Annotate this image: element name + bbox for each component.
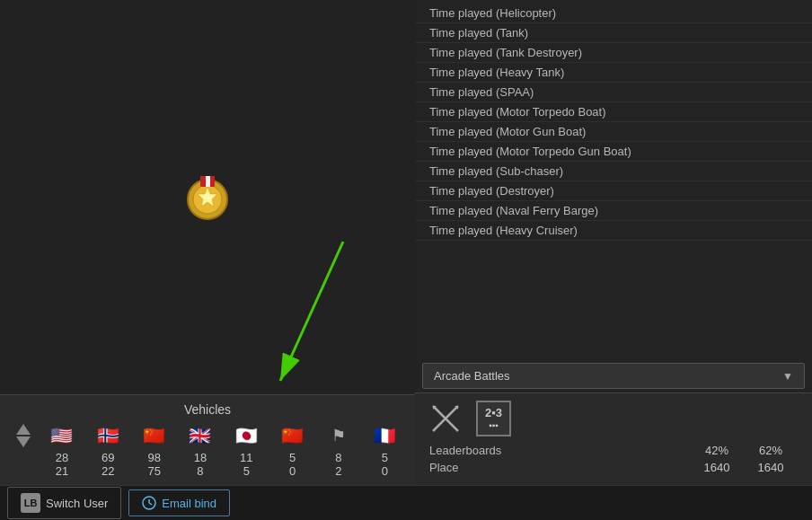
list-item: Time played (Naval Ferry Barge) xyxy=(415,201,812,221)
vehicles-title: Vehicles xyxy=(7,402,408,417)
list-item: Time played (Destroyer) xyxy=(415,181,812,201)
flag-jp: 🇯🇵 xyxy=(228,425,264,446)
flag-other: ⚑ xyxy=(321,426,357,445)
num-other-top: 8 xyxy=(321,451,357,464)
list-item: Time played (Heavy Tank) xyxy=(415,63,812,83)
list-item: Time played (Motor Torpedo Gun Boat) xyxy=(415,142,812,162)
num-other-bot: 2 xyxy=(321,464,357,478)
num-cn-top: 98 xyxy=(137,451,172,464)
num-us-top: 28 xyxy=(44,451,80,464)
list-item: Time played (Sub-chaser) xyxy=(415,162,812,181)
percentage-left: 42% xyxy=(690,444,744,457)
flags-row: 🇺🇸 🇳🇴 🇨🇳 🇬🇧 🇯🇵 🇨🇳 ⚑ xyxy=(7,424,408,447)
list-item: Time played (Helicopter) xyxy=(415,4,812,23)
vehicles-section: Vehicles 🇺🇸 🇳🇴 🇨🇳 🇬🇧 xyxy=(0,394,415,485)
num-gb-bot: 8 xyxy=(182,464,218,478)
arrow-down-icon xyxy=(16,436,31,447)
bottom-bar: LB Switch User Email bind xyxy=(0,485,812,520)
list-item: Time played (Tank) xyxy=(415,23,812,43)
num-jp-top: 11 xyxy=(228,451,264,464)
flag-cn2-icon: 🇨🇳 xyxy=(281,425,304,446)
leaderboards-row-2: Place 1640 1640 xyxy=(429,461,798,474)
chevron-down-icon: ▼ xyxy=(782,370,793,383)
leaderboards-label: Leaderboards xyxy=(429,444,690,457)
left-panel: Vehicles 🇺🇸 🇳🇴 🇨🇳 🇬🇧 xyxy=(0,0,415,485)
num-jp-bot: 5 xyxy=(228,464,264,478)
arrow-up-icon xyxy=(16,424,31,435)
top-numbers-row: 28 69 98 18 11 5 8 5 xyxy=(7,451,408,464)
flag-no: 🇳🇴 xyxy=(90,425,126,446)
flag-us-icon: 🇺🇸 xyxy=(50,425,73,446)
arcade-dropdown[interactable]: Arcade Battles ▼ xyxy=(422,363,805,389)
green-arrow xyxy=(253,233,388,394)
num-fr-bot: 0 xyxy=(366,464,402,478)
num-no-bot: 22 xyxy=(90,464,126,478)
flag-fr-icon: 🇫🇷 xyxy=(374,425,396,446)
flag-gb-icon: 🇬🇧 xyxy=(189,425,211,446)
switch-user-label: Switch User xyxy=(46,497,108,510)
num-no-top: 69 xyxy=(90,451,126,464)
rank-badge: 2▪3 ▪▪▪ xyxy=(476,401,511,436)
svg-line-15 xyxy=(149,503,152,505)
place-label: Place xyxy=(429,461,690,474)
arcade-label: Arcade Battles xyxy=(434,369,510,383)
flag-cn2: 🇨🇳 xyxy=(275,425,311,446)
time-played-list: Time played (Helicopter) Time played (Ta… xyxy=(415,0,812,359)
email-bind-button[interactable]: Email bind xyxy=(128,489,230,516)
leaderboards-header: 2▪3 ▪▪▪ xyxy=(429,401,798,436)
num-fr-top: 5 xyxy=(366,451,402,464)
email-bind-label: Email bind xyxy=(162,497,216,510)
svg-rect-6 xyxy=(210,176,215,187)
list-item: Time played (Motor Gun Boat) xyxy=(415,122,812,142)
list-item: Time played (Heavy Cruiser) xyxy=(415,221,812,241)
list-item: Time played (Tank Destroyer) xyxy=(415,43,812,63)
medal-area xyxy=(0,0,415,394)
flag-fr: 🇫🇷 xyxy=(366,425,402,446)
lb-badge: LB xyxy=(21,493,40,513)
num-cn2-bot: 0 xyxy=(275,464,311,478)
right-panel: Time played (Helicopter) Time played (Ta… xyxy=(415,0,812,485)
flag-us: 🇺🇸 xyxy=(44,425,80,446)
list-item: Time played (SPAA) xyxy=(415,83,812,102)
svg-rect-4 xyxy=(200,176,206,187)
num-gb-top: 18 xyxy=(182,451,218,464)
clock-icon xyxy=(142,496,156,510)
place-right: 1640 xyxy=(744,461,798,474)
flag-other-icon: ⚑ xyxy=(331,426,346,445)
leaderboards-row-1: Leaderboards 42% 62% xyxy=(429,444,798,457)
svg-line-8 xyxy=(280,242,343,381)
num-cn-bot: 75 xyxy=(137,464,172,478)
bottom-numbers-row: 21 22 75 8 5 0 2 0 xyxy=(7,464,408,478)
num-us-bot: 21 xyxy=(44,464,80,478)
medal-icon xyxy=(181,171,234,225)
flag-cn-icon: 🇨🇳 xyxy=(143,425,165,446)
svg-rect-5 xyxy=(206,176,210,187)
flag-no-icon: 🇳🇴 xyxy=(97,425,119,446)
crossed-swords-icon xyxy=(429,402,462,435)
flag-jp-icon: 🇯🇵 xyxy=(235,425,258,446)
flag-cn: 🇨🇳 xyxy=(137,425,172,446)
leaderboards-section: 2▪3 ▪▪▪ Leaderboards 42% 62% Place 1640 … xyxy=(415,392,812,485)
place-left: 1640 xyxy=(690,461,744,474)
percentage-right: 62% xyxy=(744,444,798,457)
rank-arrows xyxy=(13,424,34,447)
switch-user-button[interactable]: LB Switch User xyxy=(7,487,121,519)
flag-gb: 🇬🇧 xyxy=(182,425,218,446)
num-cn2-top: 5 xyxy=(275,451,311,464)
list-item: Time played (Motor Torpedo Boat) xyxy=(415,102,812,122)
